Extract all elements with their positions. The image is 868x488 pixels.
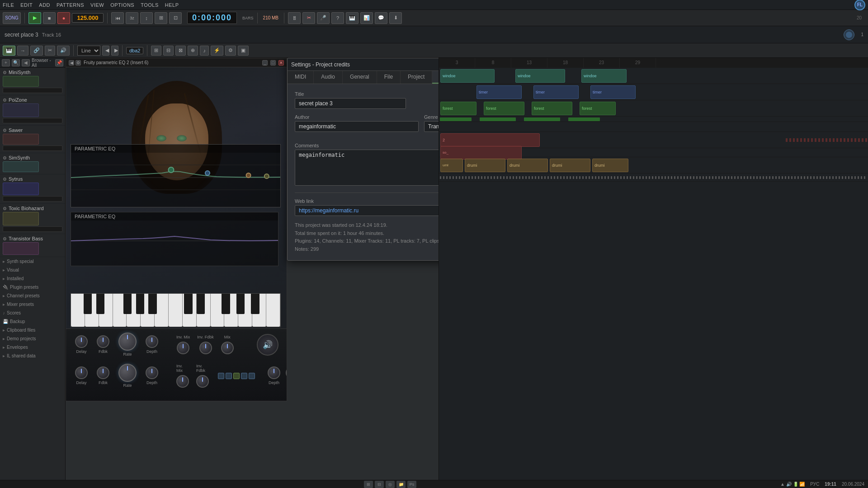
- knob-circle-mix[interactable]: [221, 342, 234, 354]
- tb2-icon5[interactable]: ♪: [200, 46, 209, 56]
- piano-btn[interactable]: 🎹: [346, 12, 359, 24]
- chrome-icon[interactable]: ◎: [386, 481, 395, 488]
- play-btn[interactable]: ▶: [28, 12, 41, 24]
- section-channel-presets[interactable]: ▸ Channel presets: [0, 291, 65, 300]
- instrument-minisynth[interactable]: ⚙ MiniSynth: [0, 68, 65, 95]
- section-clipboard[interactable]: ▸ Clipboard files: [0, 326, 65, 334]
- menu-options[interactable]: OPTIONS: [110, 2, 134, 8]
- vol-btn[interactable]: ↕: [140, 12, 153, 24]
- comments-textarea[interactable]: megainformatic: [295, 150, 439, 186]
- section-installed[interactable]: ▸ Installed: [0, 274, 65, 283]
- section-synth-special[interactable]: ▸ Synth special: [0, 257, 65, 266]
- knob-fdbk-1[interactable]: Fdbk: [97, 335, 109, 354]
- piano-keyboard[interactable]: [71, 293, 281, 327]
- synth-btn-4[interactable]: [241, 373, 247, 379]
- knob-rate-1[interactable]: Rate: [118, 333, 137, 357]
- clip-timer-3[interactable]: timer: [590, 85, 636, 99]
- knob-circle-inv-mix[interactable]: [177, 342, 189, 354]
- tab-project[interactable]: Project: [401, 71, 432, 84]
- clip-windoe-3[interactable]: windoe: [581, 69, 627, 83]
- white-key[interactable]: [85, 294, 99, 327]
- line-left-btn[interactable]: ◀: [102, 46, 109, 56]
- knob-depth-1[interactable]: Depth: [146, 335, 158, 354]
- taskview-icon[interactable]: ⊟: [375, 481, 384, 488]
- tb2-icon6[interactable]: ⚡: [211, 46, 223, 56]
- menu-patterns[interactable]: PATTERNS: [57, 2, 84, 8]
- white-key[interactable]: [99, 294, 113, 327]
- white-key[interactable]: [211, 294, 225, 327]
- bpm-display[interactable]: 125.000: [72, 13, 104, 23]
- plugin-restore-btn[interactable]: □: [270, 60, 276, 66]
- knob-circle-delay-2[interactable]: [75, 366, 88, 379]
- output-speaker[interactable]: 🔊: [257, 334, 278, 356]
- synth-btn-2[interactable]: [226, 373, 232, 379]
- browser-btn[interactable]: 💬: [375, 12, 387, 24]
- clip-forest-4[interactable]: forest: [580, 102, 616, 115]
- section-visual[interactable]: ▸ Visual: [0, 266, 65, 274]
- menu-edit[interactable]: EDIT: [20, 2, 33, 8]
- windows-icon[interactable]: ⊞: [364, 481, 373, 488]
- web-link-input[interactable]: [295, 205, 439, 216]
- section-mixer-presets[interactable]: ▸ Mixer presets: [0, 300, 65, 309]
- line-right-btn[interactable]: ▶: [111, 46, 118, 56]
- tab-audio[interactable]: Audio: [314, 71, 343, 84]
- clip-drumi-1[interactable]: drumi: [465, 159, 505, 172]
- menu-help[interactable]: HELP: [165, 2, 179, 8]
- clip-forest-2[interactable]: forest: [484, 102, 524, 115]
- tb2-icon1[interactable]: ⊞: [151, 46, 161, 56]
- clip-forest-1[interactable]: forest: [440, 102, 476, 115]
- instrument-sawer[interactable]: ⚙ Sawer: [0, 126, 65, 153]
- menu-file[interactable]: FILE: [3, 2, 14, 8]
- clip-timer-1[interactable]: timer: [476, 85, 522, 99]
- menu-tools[interactable]: TOOLS: [141, 2, 159, 8]
- title-input[interactable]: [295, 98, 406, 109]
- clip-drumi-3[interactable]: drumi: [550, 159, 590, 172]
- arrow-btn[interactable]: →: [17, 46, 28, 56]
- explorer-icon[interactable]: 📁: [396, 481, 406, 488]
- tb2-icon7[interactable]: ⚙: [225, 46, 236, 56]
- record-btn[interactable]: ●: [57, 12, 70, 24]
- channel-btn[interactable]: 📊: [360, 12, 373, 24]
- white-key[interactable]: [252, 294, 266, 327]
- white-key[interactable]: [266, 294, 280, 327]
- knob-circle-fdbk[interactable]: [97, 335, 109, 348]
- knob-circle-fdbk-2[interactable]: [97, 366, 109, 379]
- white-key[interactable]: [141, 294, 155, 327]
- clip-windoe-1[interactable]: windoe: [440, 69, 495, 83]
- genre-input[interactable]: [425, 122, 439, 131]
- micro-btn[interactable]: 🎤: [317, 12, 330, 24]
- sidebar-search-btn[interactable]: 🔍: [12, 59, 20, 66]
- knob-circle-inv-fdbk[interactable]: [199, 342, 212, 354]
- knob-rate-2[interactable]: Rate: [118, 364, 137, 388]
- white-key[interactable]: [127, 294, 141, 327]
- knob-inv-mix-2[interactable]: Inv. Mix: [176, 364, 189, 388]
- scissors-btn[interactable]: ✂: [45, 46, 55, 56]
- knob-inv-fdbk[interactable]: Inv. Fdbk: [197, 335, 213, 354]
- instrument-poizone[interactable]: ⚙ PoiZone: [0, 95, 65, 126]
- section-backup[interactable]: 💾 Backup: [0, 317, 65, 326]
- tb2-icon3[interactable]: ⊠: [175, 46, 186, 56]
- knob-delay-1[interactable]: Delay: [75, 335, 88, 354]
- author-input[interactable]: [295, 121, 419, 132]
- knob-fdbk-2[interactable]: Fdbk: [97, 366, 109, 385]
- stop-btn[interactable]: ■: [43, 12, 56, 24]
- section-scores[interactable]: ♪ Scores: [0, 309, 65, 317]
- tab-file[interactable]: File: [377, 71, 401, 84]
- fx-btn[interactable]: ✂: [302, 12, 315, 24]
- menu-add[interactable]: ADD: [39, 2, 50, 8]
- white-key[interactable]: [183, 294, 197, 327]
- instrument-sytrus[interactable]: ⚙ Sytrus: [0, 174, 65, 204]
- section-envelopes[interactable]: ▸ Envelopes: [0, 343, 65, 352]
- knob-depth-2[interactable]: Depth: [146, 366, 158, 385]
- piano-roll-btn[interactable]: 🎹: [3, 46, 15, 56]
- white-key[interactable]: [71, 294, 85, 327]
- tb2-icon8[interactable]: ▣: [238, 46, 249, 56]
- clip-forest-3[interactable]: forest: [532, 102, 572, 115]
- knob-delay-2[interactable]: Delay: [75, 366, 88, 385]
- rewind-btn[interactable]: ⏮: [111, 12, 124, 24]
- mixer-btn[interactable]: 🎚: [288, 12, 301, 24]
- knob-circle-inv-fdbk-2[interactable]: [196, 375, 209, 388]
- ps-icon[interactable]: Ps: [407, 481, 416, 488]
- white-key[interactable]: [169, 294, 183, 327]
- tab-midi[interactable]: MIDI: [288, 71, 314, 84]
